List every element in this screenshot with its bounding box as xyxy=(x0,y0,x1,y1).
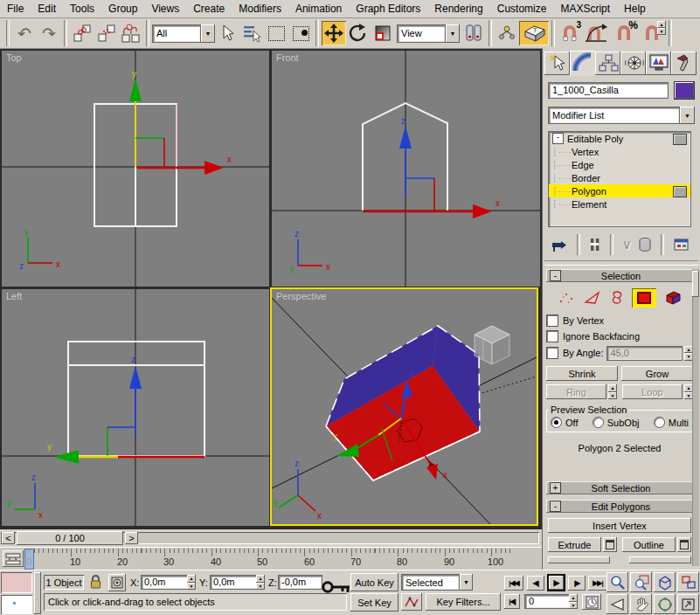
time-slider-prev-button[interactable]: < xyxy=(2,532,15,544)
ring-button[interactable]: Ring xyxy=(546,384,606,399)
stack-item-border[interactable]: ┊····Border xyxy=(549,171,690,184)
cut-off-button[interactable] xyxy=(548,556,610,563)
stack-item-edge[interactable]: ┊····Edge xyxy=(549,158,690,171)
x-spinner[interactable]: ▲▼ xyxy=(187,575,196,590)
ring-spinner[interactable]: ▲▼ xyxy=(608,384,617,399)
extrude-settings-button[interactable] xyxy=(603,537,617,552)
stack-onoff-toggle[interactable] xyxy=(673,134,687,145)
tab-utilities-icon[interactable] xyxy=(671,52,697,75)
collapse-icon[interactable]: - xyxy=(552,133,564,144)
stack-item-element[interactable]: ┊····Element xyxy=(549,197,690,211)
unlink-selection-icon[interactable] xyxy=(94,21,119,45)
time-configuration-button[interactable] xyxy=(582,594,601,610)
key-filters-button[interactable]: Key Filters... xyxy=(426,593,501,611)
frame-spinner[interactable]: ▲▼ xyxy=(569,594,578,609)
zoom-button[interactable] xyxy=(606,572,628,592)
use-pivot-point-center-icon[interactable] xyxy=(461,21,486,45)
listener-swatch[interactable] xyxy=(1,595,32,614)
select-and-rotate-icon[interactable] xyxy=(346,21,371,45)
stack-item-editable-poly[interactable]: - Editable Poly xyxy=(549,132,690,145)
outline-button[interactable]: Outline xyxy=(622,537,676,552)
border-mode-icon[interactable] xyxy=(609,289,625,307)
rollout-selection-header[interactable]: - Selection xyxy=(546,269,693,282)
selection-filter-combo[interactable]: All ▼ xyxy=(152,24,215,43)
arc-rotate-button[interactable] xyxy=(654,594,676,614)
menu-views[interactable]: Views xyxy=(144,1,186,17)
loop-button[interactable]: Loop xyxy=(622,384,683,399)
open-mini-curve-editor-icon[interactable] xyxy=(3,550,24,567)
preview-multi-radio[interactable]: Multi xyxy=(654,417,689,428)
preview-subobj-radio[interactable]: SubObj xyxy=(593,417,640,428)
select-object-icon[interactable] xyxy=(215,21,239,45)
y-coordinate-field[interactable]: 0,0m xyxy=(210,575,258,590)
current-frame-field[interactable]: 0 xyxy=(524,594,572,609)
menu-group[interactable]: Group xyxy=(101,1,144,17)
spinner-snap-toggle-icon[interactable]: ▲▼ xyxy=(638,21,666,45)
tab-create-icon[interactable] xyxy=(544,52,570,75)
stack-onoff-toggle[interactable] xyxy=(673,186,687,197)
undo-button[interactable]: ↶ xyxy=(12,21,37,45)
menu-help[interactable]: Help xyxy=(617,1,653,17)
menu-file[interactable]: File xyxy=(0,1,31,17)
collapse-icon[interactable]: - xyxy=(550,270,561,281)
expand-icon[interactable]: + xyxy=(550,482,561,494)
menu-edit[interactable]: Edit xyxy=(31,1,63,17)
zoom-extents-all-button[interactable] xyxy=(677,572,699,592)
reference-coordinate-combo[interactable]: View ▼ xyxy=(397,24,460,43)
current-frame-marker[interactable] xyxy=(24,549,34,570)
bind-to-space-warp-icon[interactable] xyxy=(119,21,143,45)
viewport-top[interactable]: Top y x y x z xyxy=(2,51,269,287)
ignore-backfacing-checkbox[interactable] xyxy=(546,330,558,342)
configure-modifier-sets-icon[interactable] xyxy=(673,237,690,252)
pan-button[interactable] xyxy=(630,594,652,614)
edge-mode-icon[interactable] xyxy=(583,289,602,307)
tab-display-icon[interactable] xyxy=(646,52,671,75)
grow-button[interactable]: Grow xyxy=(621,366,693,381)
modifier-list-dropdown[interactable]: Modifier List xyxy=(548,107,680,124)
by-vertex-checkbox[interactable] xyxy=(546,314,558,327)
key-filter-dropdown-icon[interactable]: ▼ xyxy=(460,574,473,591)
by-angle-row[interactable]: By Angle: 45,0 ▲▼ xyxy=(546,344,693,362)
vertex-mode-icon[interactable] xyxy=(557,289,576,307)
listener-splitter[interactable] xyxy=(34,572,41,614)
play-button[interactable]: ▶ xyxy=(547,574,565,591)
select-and-scale-icon[interactable] xyxy=(371,21,395,45)
zoom-all-button[interactable] xyxy=(630,572,652,592)
default-in-out-tangents-icon[interactable] xyxy=(401,593,422,611)
rollout-soft-selection-header[interactable]: + Soft Selection xyxy=(546,481,693,494)
select-and-link-icon[interactable] xyxy=(70,21,94,45)
make-unique-icon[interactable]: ∨ xyxy=(622,237,632,252)
timeline-ruler[interactable]: 0 10 20 30 40 50 60 70 80 90 100 xyxy=(24,549,514,570)
object-color-swatch[interactable] xyxy=(674,81,695,100)
redo-button[interactable]: ↷ xyxy=(37,21,61,45)
shrink-button[interactable]: Shrink xyxy=(546,366,618,381)
tab-motion-icon[interactable] xyxy=(620,52,646,75)
goto-start-button[interactable]: |◀◀ xyxy=(504,576,523,591)
key-mode-toggle[interactable]: |◀| xyxy=(504,594,520,609)
menu-customize[interactable]: Customize xyxy=(490,1,554,17)
window-crossing-toggle-icon[interactable] xyxy=(288,21,313,45)
preview-off-radio[interactable]: Off xyxy=(551,417,578,428)
absolute-offset-toggle[interactable] xyxy=(108,574,126,591)
percent-snap-toggle-icon[interactable]: % xyxy=(610,21,638,45)
selection-lock-icon[interactable] xyxy=(89,574,102,590)
by-vertex-row[interactable]: By Vertex xyxy=(546,313,693,328)
panel-scrollbar-thumb[interactable] xyxy=(692,271,699,297)
reference-coordinate-dropdown-icon[interactable]: ▼ xyxy=(446,24,460,43)
set-key-button[interactable]: Set Key xyxy=(350,593,399,612)
by-angle-field[interactable]: 45,0 xyxy=(606,346,683,361)
stack-item-vertex[interactable]: ┊····Vertex xyxy=(549,145,690,158)
rectangular-selection-region-icon[interactable] xyxy=(264,21,288,45)
next-frame-button[interactable]: |▶ xyxy=(568,576,586,591)
select-and-move-icon[interactable] xyxy=(322,21,346,45)
field-of-view-button[interactable] xyxy=(606,594,628,614)
select-by-name-icon[interactable] xyxy=(239,21,264,45)
object-name-field[interactable]: 1_1000_Casilla xyxy=(548,82,669,99)
menu-modifiers[interactable]: Modifiers xyxy=(232,1,288,17)
viewport-left-label[interactable]: Left xyxy=(6,291,22,301)
cut-off-button[interactable] xyxy=(629,556,691,563)
modifier-list-dropdown-icon[interactable]: ▼ xyxy=(680,107,695,124)
angle-snap-toggle-icon[interactable] xyxy=(582,21,610,45)
polygon-mode-icon[interactable] xyxy=(632,288,656,308)
insert-vertex-button[interactable]: Insert Vertex xyxy=(548,518,691,533)
